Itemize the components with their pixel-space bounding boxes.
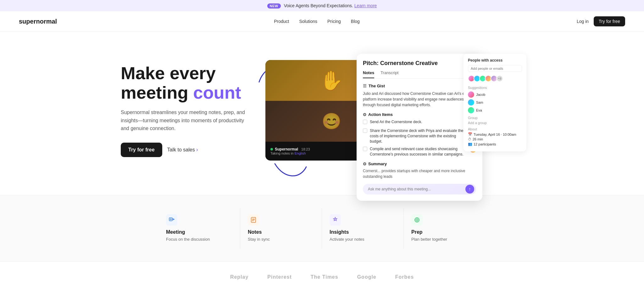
action-items-title: ⊙ Action Items — [363, 112, 476, 117]
feature-prep[interactable]: Prep Plan better together — [404, 208, 486, 249]
nav-link-blog[interactable]: Blog — [351, 19, 360, 24]
group-title: Group — [468, 116, 522, 120]
notes-icon — [248, 214, 259, 226]
people-sidebar: People with access +3 Suggestions Jacob … — [464, 54, 526, 151]
notes-tabs: Notes Transcript — [363, 70, 476, 79]
clock-icon: ⏱ — [468, 137, 471, 141]
gist-title: ☰ The Gist — [363, 84, 476, 88]
summary-text: Cornerst... provides startups with cheap… — [363, 168, 476, 179]
nav-try-button[interactable]: Try for free — [594, 16, 625, 26]
announcement-bar: NEW Voice Agents Beyond Expectations. Le… — [0, 0, 644, 11]
suggestion-avatar-jacob — [468, 91, 474, 98]
ask-send-button[interactable]: ↑ — [465, 185, 474, 194]
meeting-icon — [166, 214, 177, 226]
logo-google: Google — [357, 274, 376, 280]
logo-nyt: The Times — [311, 274, 338, 280]
notes-feature-desc: Stay in sync — [248, 236, 314, 243]
action-items-icon: ⊙ — [363, 112, 366, 117]
hero-title-line1: Make every — [121, 63, 216, 83]
suggestions-title: Suggestions — [468, 86, 522, 90]
feature-insights[interactable]: Insights Activate your notes — [322, 208, 404, 249]
navbar: supernormal Product Solutions Pricing Bl… — [0, 11, 644, 32]
group-add-button[interactable]: Add a group — [468, 121, 522, 125]
people-add-input[interactable] — [468, 65, 522, 72]
suggestion-avatar-sam — [468, 99, 474, 106]
prep-icon-svg — [414, 217, 420, 223]
insights-feature-title: Insights — [330, 229, 396, 235]
gist-section: ☰ The Gist Julio and Ari discussed how C… — [363, 84, 476, 108]
insights-feature-desc: Activate your notes — [330, 236, 396, 243]
nav-logo[interactable]: supernormal — [19, 18, 57, 25]
about-date: Tuesday, April 16 · 10:00am — [474, 133, 516, 136]
hero-subtitle: Supernormal streamlines your meeting not… — [121, 108, 253, 133]
action-checkbox-1[interactable] — [363, 120, 367, 124]
nav-login-button[interactable]: Log in — [577, 19, 589, 24]
hero-title-line2: meeting — [121, 83, 193, 102]
hero-title: Make every meeting count — [121, 63, 253, 102]
about-date-row: 📅 Tuesday, April 16 · 10:00am — [468, 132, 522, 136]
action-item-3: Compile and send relevant case studies s… — [363, 146, 476, 157]
hero-buttons: Try for free Talk to sales › — [121, 143, 253, 157]
summary-icon: ⊙ — [363, 161, 366, 166]
features-strip: Meeting Focus on the discussion Notes St… — [0, 195, 644, 262]
svg-rect-0 — [169, 218, 172, 221]
nav-link-solutions[interactable]: Solutions — [299, 19, 317, 24]
new-badge: NEW — [267, 3, 281, 8]
prep-feature-title: Prep — [411, 229, 478, 235]
arrow-icon: › — [196, 146, 198, 153]
about-duration: 26 min — [473, 137, 483, 141]
suggestion-name-eva: Eva — [476, 108, 482, 112]
avatar-more: +3 — [496, 75, 503, 82]
about-participants: 12 participants — [474, 142, 496, 146]
video-footer-sub: Taking notes in English — [270, 151, 310, 155]
insights-icon — [330, 214, 341, 226]
feature-meeting[interactable]: Meeting Focus on the discussion — [158, 208, 240, 249]
meeting-icon-svg — [169, 217, 175, 223]
suggestion-eva[interactable]: Eva — [468, 107, 522, 113]
gist-icon: ☰ — [363, 84, 367, 88]
ask-input-wrapper: ↑ — [363, 184, 476, 194]
language-link[interactable]: English — [294, 151, 306, 155]
nav-link-pricing[interactable]: Pricing — [327, 19, 341, 24]
summary-section: ⊙ Summary Cornerst... provides startups … — [363, 161, 476, 179]
meeting-feature-title: Meeting — [166, 229, 232, 235]
video-footer-info: Supernormal 18:23 Taking notes in Englis… — [270, 147, 310, 155]
svg-point-6 — [415, 218, 419, 222]
tab-transcript[interactable]: Transcript — [380, 70, 398, 78]
suggestion-avatar-eva — [468, 107, 474, 113]
logo-pinterest: Pinterest — [267, 274, 291, 280]
svg-point-1 — [170, 219, 171, 220]
hero-title-accent: count — [193, 83, 241, 102]
video-footer-name: Supernormal 18:23 — [270, 147, 310, 151]
hero-sales-button[interactable]: Talk to sales › — [167, 146, 198, 153]
nav-links: Product Solutions Pricing Blog — [274, 19, 360, 24]
notes-panel-title: Pitch: Cornerstone Creative — [363, 60, 476, 67]
prep-icon — [411, 214, 423, 226]
deco-curve-bottom — [272, 157, 309, 183]
action-text-2: Share the Cornerstone deck with Priya an… — [370, 128, 467, 144]
action-items-section: ⊙ Action Items Send Ari the Cornerstone … — [363, 112, 476, 157]
avatars-row: +3 — [468, 75, 522, 82]
hero-try-button[interactable]: Try for free — [121, 143, 162, 157]
nav-right: Log in Try for free — [577, 16, 625, 26]
action-checkbox-3[interactable] — [363, 147, 367, 151]
feature-notes[interactable]: Notes Stay in sync — [240, 208, 322, 249]
suggestion-jacob[interactable]: Jacob — [468, 91, 522, 98]
people-sidebar-title: People with access — [468, 58, 522, 63]
tab-notes[interactable]: Notes — [363, 70, 374, 78]
ask-input[interactable] — [363, 184, 476, 194]
nav-link-product[interactable]: Product — [274, 19, 289, 24]
insights-icon-svg — [332, 217, 338, 223]
calendar-icon: 📅 — [468, 132, 472, 136]
meeting-feature-desc: Focus on the discussion — [166, 236, 232, 243]
announcement-link[interactable]: Learn more — [354, 3, 377, 8]
action-checkbox-2[interactable] — [363, 128, 367, 133]
about-title: About — [468, 127, 522, 131]
hand-emoji: ✋ — [320, 69, 343, 92]
suggestion-sam[interactable]: Sam — [468, 99, 522, 106]
action-item-1: Send Ari the Cornerstone deck. — [363, 119, 476, 126]
hero-left: Make every meeting count Supernormal str… — [121, 63, 253, 157]
recording-dot — [270, 148, 273, 150]
notes-icon-svg — [250, 217, 257, 223]
about-participants-row: 👥 12 participants — [468, 142, 522, 146]
